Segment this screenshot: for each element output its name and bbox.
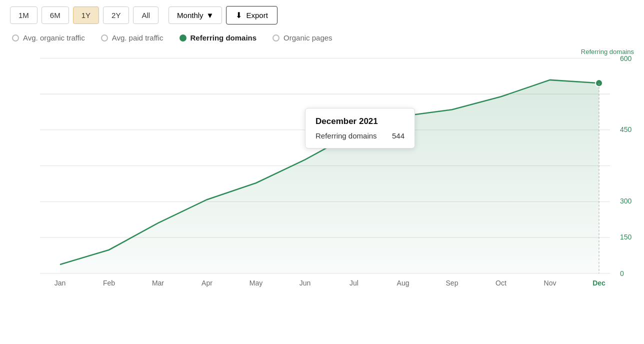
legend-dot-referring (180, 34, 186, 42)
legend-dot-organic-pages (272, 34, 280, 42)
toolbar: 1M 6M 1Y 2Y All Monthly ▼ ⬇ Export (10, 6, 634, 24)
legend-avg-organic[interactable]: Avg. organic traffic (12, 34, 85, 42)
export-icon: ⬇ (236, 10, 242, 20)
x-label-feb: Feb (103, 279, 115, 287)
x-label-apr: Apr (202, 279, 212, 287)
legend-avg-paid[interactable]: Avg. paid traffic (101, 34, 164, 42)
svg-text:300: 300 (620, 197, 632, 205)
btn-1y[interactable]: 1Y (73, 6, 99, 24)
legend-dot-avg-paid (101, 34, 108, 42)
x-label-mar: Mar (152, 279, 164, 287)
chart-area: Referring domains 600 450 300 150 0 (10, 48, 634, 293)
btn-2y[interactable]: 2Y (103, 6, 129, 24)
dropdown-arrow-icon: ▼ (206, 11, 214, 20)
monthly-label: Monthly (177, 11, 204, 20)
x-label-jun: Jun (300, 279, 311, 287)
legend-label-avg-paid: Avg. paid traffic (112, 34, 164, 42)
x-label-nov: Nov (544, 279, 557, 287)
x-label-oct: Oct (496, 279, 506, 287)
legend-label-avg-organic: Avg. organic traffic (23, 34, 85, 42)
svg-text:150: 150 (620, 233, 632, 241)
x-label-aug: Aug (397, 279, 410, 287)
svg-text:450: 450 (620, 126, 632, 134)
x-label-jul: Jul (350, 279, 358, 287)
chart-area-fill (60, 80, 599, 274)
svg-text:0: 0 (620, 270, 624, 278)
x-label-jan: Jan (54, 279, 66, 287)
legend-referring-domains[interactable]: Referring domains (180, 34, 257, 42)
btn-1m[interactable]: 1M (10, 6, 38, 24)
export-button[interactable]: ⬇ Export (226, 6, 277, 24)
btn-all[interactable]: All (133, 6, 158, 24)
legend-dot-avg-organic (12, 34, 19, 42)
chart-legend: Avg. organic traffic Avg. paid traffic R… (10, 34, 634, 42)
line-chart: 600 450 300 150 0 Jan Feb Mar Apr May Ju… (10, 48, 634, 293)
x-label-may: May (250, 279, 263, 287)
legend-organic-pages[interactable]: Organic pages (272, 34, 332, 42)
legend-label-referring: Referring domains (190, 34, 257, 42)
btn-6m[interactable]: 6M (42, 6, 69, 24)
y-axis-label: Referring domains (581, 48, 634, 56)
export-label: Export (246, 11, 268, 20)
x-label-sep: Sep (446, 279, 458, 287)
monthly-dropdown[interactable]: Monthly ▼ (168, 6, 222, 24)
x-label-dec: Dec (592, 279, 606, 287)
legend-label-organic-pages: Organic pages (284, 34, 332, 42)
